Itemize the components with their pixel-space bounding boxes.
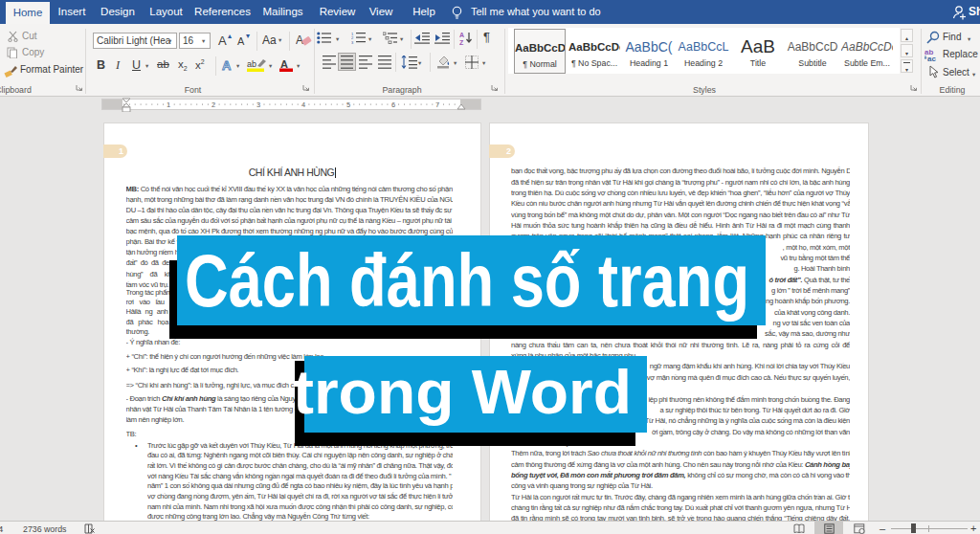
svg-text:A: A: [222, 58, 232, 72]
svg-text:Z: Z: [459, 39, 464, 46]
svg-text:A: A: [296, 33, 303, 47]
svg-text:ac: ac: [927, 55, 936, 62]
svg-text:A: A: [459, 32, 464, 38]
svg-text:ab: ab: [247, 59, 256, 69]
svg-text:3: 3: [351, 40, 354, 44]
svg-text:A: A: [280, 58, 288, 70]
